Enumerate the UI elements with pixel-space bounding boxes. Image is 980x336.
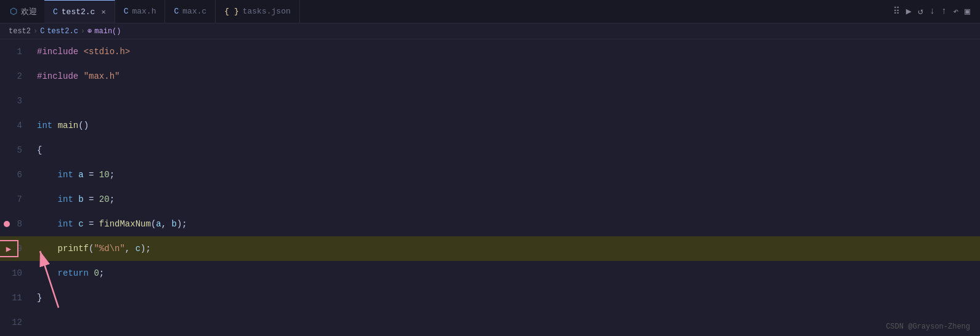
line-num-1: 1 <box>0 47 32 57</box>
line-content-10: return 0; <box>32 261 104 286</box>
line-content-1: #include <stdio.h> <box>32 39 130 64</box>
tab-test2c-close[interactable]: ✕ <box>101 7 105 17</box>
line-num-2: 2 <box>0 71 32 81</box>
code-line-12: 12 <box>0 310 980 335</box>
line-content-6: int a = 10; <box>32 162 115 187</box>
breadcrumb-sep-2: › <box>81 27 85 36</box>
breadcrumb-sep-1: › <box>33 27 38 36</box>
tab-maxc[interactable]: C max.c <box>165 0 216 23</box>
tab-maxh-label: max.h <box>132 7 156 16</box>
line-num-12: 12 <box>0 318 32 327</box>
breakpoint-indicator <box>4 221 10 227</box>
code-line-3: 3 <box>0 89 980 113</box>
code-line-11: 11 } <box>0 286 980 310</box>
continue-icon[interactable]: ▶ <box>906 6 912 17</box>
line-content-8: int c = findMaxNum(a, b); <box>32 212 187 236</box>
code-line-1: 1 #include <stdio.h> <box>0 39 980 64</box>
line-num-4: 4 <box>0 121 32 130</box>
layout-icon[interactable]: ⠿ <box>893 6 900 17</box>
stop-icon[interactable]: ▣ <box>965 6 970 17</box>
line-content-11: } <box>32 286 42 310</box>
step-over-icon[interactable]: ↓ <box>929 6 935 17</box>
tab-bar: ⬡ 欢迎 C test2.c ✕ C max.h C max.c { } tas… <box>0 0 980 23</box>
watermark: CSDN @Grayson-Zheng <box>886 322 970 331</box>
line-num-9: ▶ 9 <box>0 244 32 254</box>
welcome-label: 欢迎 <box>21 6 37 17</box>
code-line-9: ▶ 9 printf("%d\n", c); <box>0 236 980 261</box>
vscode-window: ⬡ 欢迎 C test2.c ✕ C max.h C max.c { } tas… <box>0 0 980 336</box>
json-file-icon: { } <box>224 7 238 16</box>
tab-tasksjson[interactable]: { } tasks.json <box>216 0 299 23</box>
code-editor: 1 #include <stdio.h> 2 #include "max.h" … <box>0 39 980 336</box>
debug-arrow: ▶ <box>0 240 18 257</box>
breadcrumb-func[interactable]: main() <box>94 27 121 36</box>
debug-arrow-icon: ▶ <box>6 244 11 254</box>
vscode-icon: ⬡ <box>10 6 17 17</box>
breadcrumb-file[interactable]: test2.c <box>47 27 78 36</box>
code-line-2: 2 #include "max.h" <box>0 64 980 89</box>
code-area: 1 #include <stdio.h> 2 #include "max.h" … <box>0 39 980 336</box>
line-num-6: 6 <box>0 170 32 180</box>
c-file-icon-3: C <box>174 7 179 16</box>
tab-welcome[interactable]: ⬡ 欢迎 <box>2 0 44 23</box>
code-line-10: 10 return 0; <box>0 261 980 286</box>
code-line-5: 5 { <box>0 138 980 162</box>
breadcrumb-project[interactable]: test2 <box>9 27 31 36</box>
line-content-9: printf("%d\n", c); <box>32 236 151 261</box>
code-line-4: 4 int main() <box>0 113 980 138</box>
line-num-7: 7 <box>0 194 32 204</box>
line-content-7: int b = 20; <box>32 187 115 212</box>
debug-toolbar: ⠿ ▶ ↺ ↓ ↑ ↶ ▣ <box>893 6 980 17</box>
c-file-icon-2: C <box>124 7 129 16</box>
breadcrumb-file-icon: C <box>40 27 44 36</box>
line-num-10: 10 <box>0 268 32 278</box>
line-num-8: 8 <box>0 219 32 229</box>
breadcrumb: test2 › C test2.c › ⊕ main() <box>0 23 980 39</box>
line-content-2: #include "max.h" <box>32 64 119 89</box>
step-into-icon[interactable]: ↑ <box>941 6 947 17</box>
line-content-5: { <box>32 138 42 162</box>
tab-maxh[interactable]: C max.h <box>115 0 166 23</box>
tab-test2c-label: test2.c <box>62 7 95 17</box>
restart-icon[interactable]: ↺ <box>918 6 923 17</box>
breadcrumb-func-icon: ⊕ <box>87 26 92 36</box>
code-line-8: 8 int c = findMaxNum(a, b); <box>0 212 980 236</box>
code-line-6: 6 int a = 10; <box>0 162 980 187</box>
step-out-icon[interactable]: ↶ <box>953 6 958 17</box>
code-line-7: 7 int b = 20; <box>0 187 980 212</box>
line-num-11: 11 <box>0 293 32 303</box>
line-num-5: 5 <box>0 145 32 155</box>
c-file-icon: C <box>53 7 58 17</box>
line-num-3: 3 <box>0 96 32 106</box>
tab-maxc-label: max.c <box>182 7 206 16</box>
tab-tasksjson-label: tasks.json <box>243 7 291 16</box>
line-content-4: int main() <box>32 113 89 138</box>
tab-test2c[interactable]: C test2.c ✕ <box>44 0 115 23</box>
